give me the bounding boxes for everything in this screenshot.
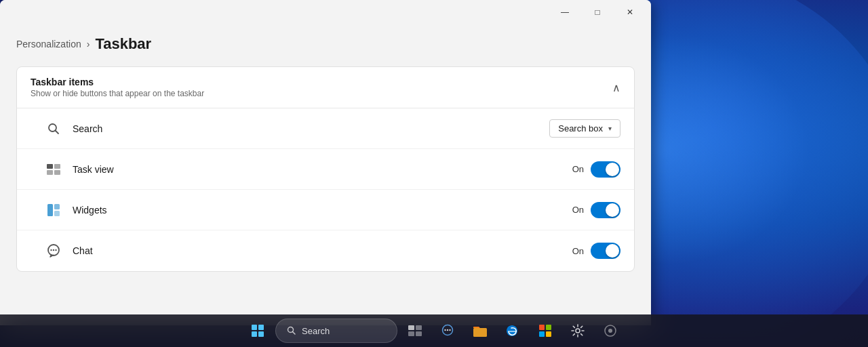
svg-rect-23 — [473, 328, 487, 337]
svg-rect-24 — [539, 325, 545, 330]
win-logo-br — [258, 331, 264, 337]
task-view-setting-row: Task view On — [17, 149, 634, 190]
taskbar-store-button[interactable] — [530, 316, 560, 346]
svg-rect-26 — [539, 331, 545, 337]
win-logo-bl — [252, 331, 257, 337]
taskbar-teams-icon — [440, 324, 455, 338]
search-setting-row: Search Search box ▾ — [17, 108, 634, 149]
task-view-control: On — [572, 161, 620, 178]
widgets-status: On — [572, 205, 584, 215]
svg-point-28 — [576, 329, 580, 333]
widgets-icon — [44, 201, 63, 220]
task-view-icon — [44, 160, 63, 179]
breadcrumb-separator: › — [87, 39, 90, 49]
chat-setting-row: Chat On — [17, 230, 634, 271]
svg-rect-8 — [54, 211, 60, 216]
win-logo-tr — [258, 325, 264, 330]
taskbar-explorer-button[interactable] — [465, 316, 495, 346]
taskbar-explorer-icon — [473, 325, 488, 337]
taskbar-task-view-icon — [408, 325, 422, 336]
taskbar-teams-button[interactable] — [433, 316, 462, 346]
breadcrumb-current: Taskbar — [95, 35, 151, 53]
taskbar-edge-icon — [506, 324, 519, 338]
minimize-button[interactable]: — — [549, 1, 580, 23]
chevron-down-icon: ▾ — [608, 125, 612, 132]
svg-point-22 — [449, 329, 450, 331]
svg-rect-2 — [47, 164, 53, 169]
search-dropdown-value: Search box — [558, 123, 603, 134]
task-view-toggle[interactable] — [591, 161, 620, 178]
search-label: Search — [73, 123, 549, 134]
taskbar-store-icon — [538, 324, 552, 338]
maximize-button[interactable]: □ — [582, 1, 613, 23]
window-controls: — □ ✕ — [549, 1, 646, 23]
svg-line-14 — [293, 332, 296, 335]
widgets-setting-row: Widgets On — [17, 190, 634, 230]
svg-rect-16 — [408, 331, 414, 336]
svg-point-20 — [444, 329, 446, 331]
toggle-knob — [606, 244, 619, 258]
card-header-text: Taskbar items Show or hide buttons that … — [31, 77, 204, 98]
taskbar-settings-icon — [571, 324, 585, 338]
search-icon — [44, 119, 63, 138]
svg-point-12 — [55, 249, 56, 251]
taskbar-search-icon — [287, 326, 296, 335]
taskbar-search-bar[interactable]: Search — [275, 319, 397, 343]
windows-logo-icon — [252, 325, 264, 337]
chat-label: Chat — [73, 245, 572, 256]
taskbar: Search — [0, 314, 868, 347]
svg-rect-17 — [416, 325, 422, 330]
taskbar-task-view-button[interactable] — [400, 316, 430, 346]
collapse-chevron-icon[interactable]: ∧ — [612, 81, 620, 94]
taskbar-edge-button[interactable] — [498, 316, 528, 346]
start-button[interactable] — [243, 316, 273, 346]
svg-rect-4 — [54, 164, 60, 169]
svg-point-21 — [447, 329, 448, 331]
svg-point-11 — [53, 249, 54, 251]
breadcrumb-parent[interactable]: Personalization — [16, 39, 81, 49]
chat-control: On — [572, 243, 620, 259]
card-subtitle: Show or hide buttons that appear on the … — [31, 89, 204, 98]
widgets-control: On — [572, 202, 620, 218]
toggle-knob — [606, 163, 619, 176]
toggle-knob — [606, 203, 619, 217]
win-logo-tl — [252, 325, 257, 330]
svg-rect-15 — [408, 325, 414, 330]
svg-rect-25 — [546, 325, 551, 330]
taskbar-settings-button[interactable] — [563, 316, 593, 346]
widgets-label: Widgets — [73, 205, 572, 216]
svg-rect-5 — [54, 170, 60, 175]
settings-window: — □ ✕ Personalization › Taskbar Taskbar … — [0, 0, 651, 325]
close-button[interactable]: ✕ — [614, 1, 646, 23]
svg-rect-7 — [54, 204, 60, 209]
taskbar-extra-icon — [604, 324, 617, 338]
taskbar-extra-button[interactable] — [595, 316, 625, 346]
breadcrumb: Personalization › Taskbar — [16, 35, 635, 53]
title-bar: — □ ✕ — [0, 0, 651, 24]
widgets-toggle[interactable] — [591, 202, 620, 218]
taskbar-center: Search — [243, 316, 625, 346]
search-dropdown[interactable]: Search box ▾ — [549, 119, 620, 138]
chat-status: On — [572, 246, 584, 256]
svg-rect-18 — [416, 331, 422, 336]
svg-rect-27 — [546, 331, 551, 337]
svg-point-30 — [608, 329, 612, 333]
window-content: Personalization › Taskbar Taskbar items … — [0, 24, 651, 325]
svg-rect-6 — [47, 204, 53, 216]
card-title: Taskbar items — [31, 77, 204, 87]
taskbar-search-label: Search — [302, 326, 330, 336]
svg-rect-3 — [47, 170, 53, 175]
task-view-status: On — [572, 164, 584, 174]
search-control: Search box ▾ — [549, 119, 620, 138]
task-view-label: Task view — [73, 164, 572, 175]
card-header: Taskbar items Show or hide buttons that … — [17, 67, 634, 108]
chat-toggle[interactable] — [591, 243, 620, 259]
chat-icon — [44, 241, 63, 260]
taskbar-items-card: Taskbar items Show or hide buttons that … — [16, 66, 635, 272]
svg-point-10 — [50, 249, 52, 251]
svg-line-1 — [56, 130, 59, 134]
